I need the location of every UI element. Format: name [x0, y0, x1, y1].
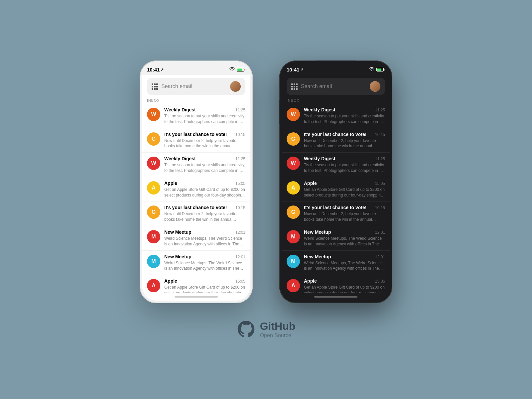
- dark-home-indicator: [282, 293, 390, 301]
- dark-location-arrow-icon: ↗: [300, 67, 303, 72]
- email-time: 11:25: [235, 108, 245, 112]
- email-time: 15:05: [375, 279, 385, 284]
- email-header: New Meetup 12:01: [164, 254, 245, 259]
- email-preview: Tis the season to put your skills and cr…: [164, 162, 245, 174]
- email-preview: Weird Science Meetups, The Weird Science…: [304, 260, 385, 272]
- email-time: 12:01: [235, 230, 245, 235]
- dark-email-list: W Weekly Digest 11:25 Tis the season to …: [282, 104, 390, 293]
- email-header: Weekly Digest 11:25: [304, 156, 385, 161]
- email-item[interactable]: A Apple 15:05 Get an Apple Store Gift Ca…: [142, 275, 250, 293]
- email-content: Weekly Digest 11:25 Tis the season to pu…: [164, 107, 245, 125]
- email-avatar: M: [147, 230, 160, 243]
- email-sender: Weekly Digest: [304, 107, 335, 112]
- email-sender: Apple: [304, 278, 317, 284]
- location-arrow-icon: ↗: [161, 67, 164, 72]
- email-avatar: G: [287, 205, 300, 219]
- email-sender: Weekly Digest: [164, 156, 196, 161]
- email-avatar: M: [147, 255, 160, 268]
- email-content: It's your last chance to vote! 10:15 Now…: [304, 132, 385, 149]
- email-content: Weekly Digest 11:25 Tis the season to pu…: [164, 156, 245, 174]
- email-preview: Tis the season to put your skills and cr…: [304, 162, 385, 174]
- email-time: 15:05: [235, 279, 245, 284]
- battery-icon: [237, 68, 245, 71]
- email-header: It's your last chance to vote! 10:15: [164, 132, 245, 137]
- email-header: Apple 15:05: [164, 181, 245, 186]
- email-header: Weekly Digest 11:25: [164, 107, 245, 112]
- email-preview: Weird Science Meetups, The Weird Science…: [164, 236, 245, 247]
- email-content: Apple 15:05 Get an Apple Store Gift Card…: [304, 278, 385, 293]
- email-content: New Meetup 12:01 Weird Science Meetups, …: [164, 254, 245, 272]
- github-sub: Open Source: [260, 332, 296, 338]
- email-item[interactable]: A Apple 15:05 Get an Apple Store Gift Ca…: [282, 275, 390, 293]
- light-email-list: W Weekly Digest 11:25 Tis the season to …: [142, 104, 250, 293]
- light-status-icons: [229, 66, 245, 72]
- email-item[interactable]: G It's your last chance to vote! 10:15 N…: [282, 201, 390, 226]
- light-phone: 10:41 ↗: [140, 61, 253, 303]
- email-item[interactable]: A Apple 15:05 Get an Apple Store Gift Ca…: [142, 177, 250, 202]
- dark-grid-icon[interactable]: [291, 83, 298, 90]
- dark-phone: 10:41 ↗: [279, 61, 392, 303]
- user-avatar-dark[interactable]: [370, 81, 380, 92]
- email-sender: Apple: [164, 181, 177, 186]
- email-content: Apple 15:05 Get an Apple Store Gift Card…: [164, 181, 245, 198]
- email-preview: Get an Apple Store Gift Card of up to $2…: [164, 285, 245, 293]
- email-item[interactable]: M New Meetup 12:01 Weird Science Meetups…: [142, 226, 250, 251]
- github-logo-icon: [237, 320, 255, 338]
- email-item[interactable]: G It's your last chance to vote! 10:15 N…: [282, 128, 390, 153]
- dark-wifi-icon: [369, 66, 374, 72]
- dark-search-placeholder[interactable]: Search email: [301, 83, 366, 89]
- email-time: 10:15: [375, 132, 385, 137]
- email-sender: New Meetup: [164, 254, 192, 259]
- email-avatar: A: [147, 279, 160, 292]
- email-preview: Now until December 2, help your favorite…: [164, 211, 245, 222]
- light-screen: Search email INBOX W Weekly Digest 11:25…: [142, 75, 250, 301]
- wifi-icon: [229, 66, 235, 72]
- email-time: 10:15: [235, 132, 245, 137]
- email-item[interactable]: W Weekly Digest 11:25 Tis the season to …: [282, 153, 390, 177]
- email-sender: It's your last chance to vote!: [304, 205, 367, 210]
- email-avatar: A: [287, 279, 300, 292]
- email-item[interactable]: M New Meetup 12:01 Weird Science Meetups…: [282, 251, 390, 275]
- light-inbox-label: INBOX: [142, 97, 250, 104]
- grid-icon[interactable]: [152, 83, 158, 90]
- email-preview: Get an Apple Store Gift Card of up to $2…: [304, 285, 385, 293]
- email-avatar: G: [147, 205, 160, 219]
- email-header: Apple 15:05: [304, 278, 385, 284]
- user-avatar-light[interactable]: [230, 81, 241, 92]
- email-item[interactable]: M New Meetup 12:01 Weird Science Meetups…: [282, 226, 390, 251]
- github-section: GitHub Open Source: [237, 320, 296, 338]
- email-time: 15:05: [375, 181, 385, 186]
- email-content: Weekly Digest 11:25 Tis the season to pu…: [304, 107, 385, 125]
- email-header: New Meetup 12:01: [304, 254, 385, 259]
- email-preview: Now until December 2, help your favorite…: [304, 211, 385, 222]
- email-content: New Meetup 12:01 Weird Science Meetups, …: [304, 229, 385, 247]
- email-item[interactable]: W Weekly Digest 11:25 Tis the season to …: [282, 104, 390, 128]
- email-time: 10:15: [375, 205, 385, 210]
- email-item[interactable]: A Apple 15:05 Get an Apple Store Gift Ca…: [282, 177, 390, 202]
- email-avatar: G: [287, 132, 300, 146]
- light-search-bar[interactable]: Search email: [147, 78, 245, 95]
- email-item[interactable]: G It's your last chance to vote! 10:15 N…: [142, 128, 250, 153]
- email-item[interactable]: M New Meetup 12:01 Weird Science Meetups…: [142, 251, 250, 275]
- email-preview: Tis the season to put your skills and cr…: [304, 113, 385, 125]
- search-placeholder[interactable]: Search email: [161, 83, 227, 89]
- email-preview: Weird Science Meetups, The Weird Science…: [304, 236, 385, 247]
- email-sender: Weekly Digest: [304, 156, 335, 161]
- email-content: Weekly Digest 11:25 Tis the season to pu…: [304, 156, 385, 174]
- github-text-group: GitHub Open Source: [260, 320, 296, 338]
- email-time: 15:05: [235, 181, 245, 186]
- email-time: 11:25: [375, 108, 385, 112]
- email-avatar: W: [287, 157, 300, 170]
- email-time: 11:25: [375, 157, 385, 161]
- email-avatar: W: [147, 157, 160, 170]
- dark-search-bar[interactable]: Search email: [287, 78, 385, 95]
- dark-status-icons: [369, 66, 385, 72]
- dark-time-text: 10:41: [287, 67, 299, 72]
- email-preview: Now until December 2, help your favorite…: [304, 138, 385, 149]
- email-item[interactable]: W Weekly Digest 11:25 Tis the season to …: [142, 104, 250, 128]
- email-item[interactable]: G It's your last chance to vote! 10:15 N…: [142, 201, 250, 226]
- email-time: 12:01: [375, 230, 385, 235]
- email-item[interactable]: W Weekly Digest 11:25 Tis the season to …: [142, 153, 250, 177]
- light-status-time: 10:41 ↗: [147, 67, 164, 72]
- email-sender: New Meetup: [304, 229, 331, 235]
